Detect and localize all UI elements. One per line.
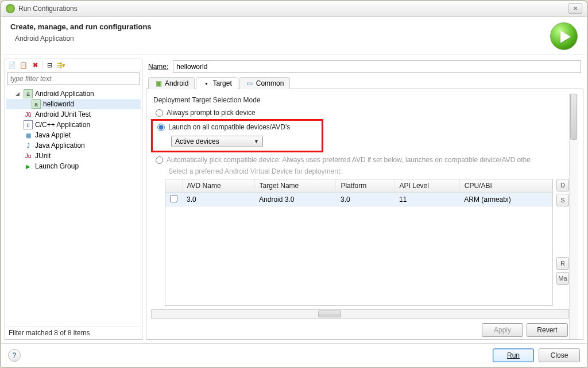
radio-launch-all[interactable]: Launch on all compatible devices/AVD's <box>153 122 322 132</box>
config-tree[interactable]: ◢ a Android Application a helloworld Jū … <box>5 86 142 326</box>
revert-button[interactable]: Revert <box>527 323 568 337</box>
tree-item-android-app[interactable]: ◢ a Android Application <box>6 89 141 99</box>
tab-target[interactable]: ▪ Target <box>196 77 238 89</box>
window-title: Run Configurations <box>18 5 567 13</box>
tab-label: Target <box>212 79 231 87</box>
radio-launch-all-input[interactable] <box>157 124 165 131</box>
tree-label: JUnit <box>35 152 51 160</box>
help-button[interactable]: ? <box>8 349 21 362</box>
horizontal-scrollbar[interactable] <box>151 309 569 319</box>
cell-api: 11 <box>394 193 459 207</box>
device-filter-combo[interactable]: Active devices ▼ <box>171 136 263 147</box>
vertical-scrollbar[interactable] <box>569 94 578 339</box>
tab-android[interactable]: ▣ Android <box>148 77 195 89</box>
section-title: Deployment Target Selection Mode <box>153 96 569 104</box>
cell-platform: 3.0 <box>336 193 394 207</box>
avd-hint: Select a preferred Android Virtual Devic… <box>168 167 569 175</box>
bottombar: ? Run Close <box>1 343 587 367</box>
close-window-icon[interactable]: ✕ <box>568 3 582 14</box>
tree-item-launch-group[interactable]: ▶ Launch Group <box>6 161 141 171</box>
toolbar-separator <box>42 60 42 70</box>
radio-auto-input[interactable] <box>156 156 163 164</box>
launch-group-icon: ▶ <box>24 162 33 171</box>
tree-item-android-junit[interactable]: Jū Android JUnit Test <box>6 109 141 120</box>
titlebar[interactable]: Run Configurations ✕ <box>1 1 587 17</box>
tree-item-cpp[interactable]: c C/C++ Application <box>6 120 141 130</box>
filter-status: Filter matched 8 of 8 items <box>5 326 142 339</box>
tree-label: Android Application <box>35 90 94 98</box>
delete-config-icon[interactable]: ✖ <box>30 60 40 70</box>
tree-label: helloworld <box>43 100 74 108</box>
tree-label: Java Applet <box>35 131 71 139</box>
highlight-annotation: Launch on all compatible devices/AVD's A… <box>151 119 323 152</box>
close-button[interactable]: Close <box>539 348 580 362</box>
run-button[interactable]: Run <box>493 348 534 362</box>
tree-item-helloworld[interactable]: a helloworld <box>6 99 141 109</box>
right-panel: Name: ▣ Android ▪ Target ▭ Common <box>146 59 583 340</box>
cell-avd: 3.0 <box>182 193 254 207</box>
cell-target: Android 3.0 <box>254 193 336 207</box>
combo-value: Active devices <box>175 137 219 145</box>
filter-icon[interactable]: ⇶▾ <box>56 60 65 70</box>
target-tab-icon: ▪ <box>202 79 210 87</box>
col-avd[interactable]: AVD Name <box>182 179 254 193</box>
config-toolbar: 📄 📋 ✖ ⊟ ⇶▾ <box>5 59 142 71</box>
radio-label: Always prompt to pick device <box>167 109 256 117</box>
side-button-d[interactable]: D <box>556 179 569 191</box>
col-cpu[interactable]: CPU/ABI <box>459 179 552 193</box>
tree-label: C/C++ Application <box>35 121 90 129</box>
col-api[interactable]: API Level <box>394 179 459 193</box>
radio-auto[interactable]: Automatically pick compatible device: Al… <box>151 155 569 165</box>
col-platform[interactable]: Platform <box>336 179 394 193</box>
cpp-icon: c <box>24 120 33 129</box>
tree-item-java-applet[interactable]: ▦ Java Applet <box>6 130 141 140</box>
duplicate-config-icon[interactable]: 📋 <box>19 60 28 70</box>
filter-input[interactable] <box>7 72 140 85</box>
tree-item-junit[interactable]: Ju JUnit <box>6 151 141 161</box>
tree-label: Launch Group <box>35 162 79 170</box>
tab-label: Common <box>256 79 284 87</box>
side-button-r[interactable]: R <box>556 257 569 270</box>
radio-prompt[interactable]: Always prompt to pick device <box>151 108 569 118</box>
table-row[interactable]: 3.0 Android 3.0 3.0 11 ARM (armeabi) <box>165 193 552 207</box>
run-hero-icon <box>550 22 578 50</box>
apply-button[interactable]: Apply <box>482 323 523 337</box>
left-panel: 📄 📋 ✖ ⊟ ⇶▾ ◢ a Android Application a hel… <box>5 59 142 340</box>
java-icon: J <box>24 141 33 150</box>
name-label: Name: <box>148 63 168 71</box>
applet-icon: ▦ <box>24 131 33 140</box>
cell-cpu: ARM (armeabi) <box>459 193 552 207</box>
tab-label: Android <box>165 79 188 87</box>
common-tab-icon: ▭ <box>246 79 254 87</box>
app-icon <box>6 4 15 13</box>
header: Create, manage, and run configurations A… <box>1 17 587 55</box>
side-button-m[interactable]: Ma <box>556 272 569 285</box>
radio-prompt-input[interactable] <box>156 109 163 117</box>
run-config-dialog: Run Configurations ✕ Create, manage, and… <box>1 1 587 367</box>
tree-label: Java Application <box>35 141 85 150</box>
chevron-down-icon: ▼ <box>254 139 259 144</box>
header-subtitle: Android Application <box>15 34 550 43</box>
tab-common[interactable]: ▭ Common <box>239 77 291 89</box>
side-button-s[interactable]: S <box>556 194 569 206</box>
expand-toggle-icon[interactable]: ◢ <box>16 91 21 97</box>
junit-icon: Ju <box>24 151 33 160</box>
android-tab-icon: ▣ <box>154 79 163 87</box>
header-title: Create, manage, and run configurations <box>10 22 550 31</box>
junit-icon: Jū <box>24 110 33 119</box>
config-name-input[interactable] <box>173 60 581 73</box>
tree-label: Android JUnit Test <box>35 110 91 118</box>
new-config-icon[interactable]: 📄 <box>7 60 17 70</box>
tree-item-java-app[interactable]: J Java Application <box>6 140 141 151</box>
col-target[interactable]: Target Name <box>254 179 336 193</box>
tabstrip: ▣ Android ▪ Target ▭ Common <box>146 76 583 89</box>
avd-table[interactable]: AVD Name Target Name Platform API Level … <box>165 179 553 306</box>
radio-label: Launch on all compatible devices/AVD's <box>168 123 290 131</box>
avd-row-checkbox[interactable] <box>170 195 177 202</box>
collapse-all-icon[interactable]: ⊟ <box>45 60 54 70</box>
radio-label: Automatically pick compatible device: Al… <box>167 156 531 164</box>
android-config-icon: a <box>32 99 41 109</box>
android-config-icon: a <box>24 89 33 98</box>
